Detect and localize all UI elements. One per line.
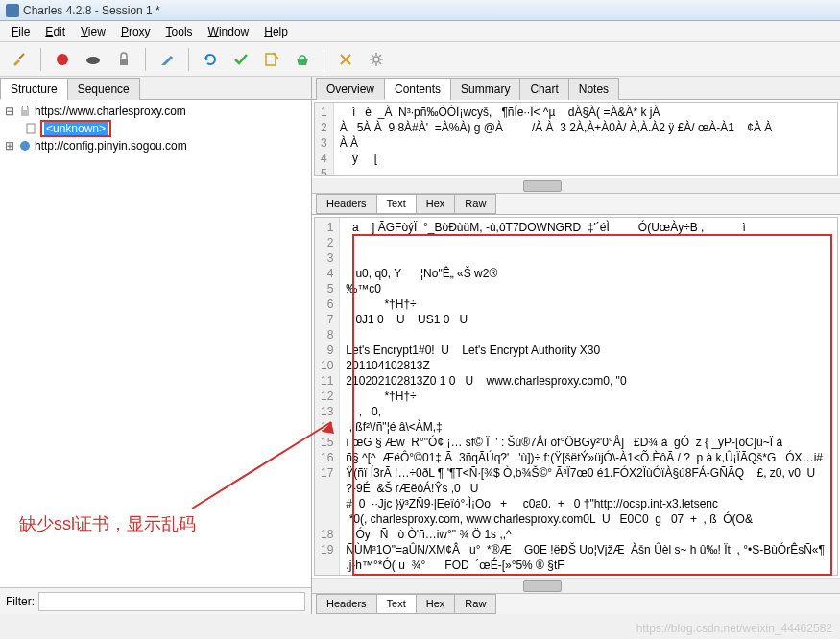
svg-point-0 <box>57 54 68 65</box>
subtab-raw-2[interactable]: Raw <box>454 594 496 614</box>
lock-icon[interactable] <box>110 46 137 73</box>
tree-unknown-label: <unknown> <box>44 122 108 135</box>
subtab-hex[interactable]: Hex <box>416 194 456 214</box>
subtab-text-2[interactable]: Text <box>376 594 417 614</box>
tree-host-1[interactable]: ⊟ https://www.charlesproxy.com <box>4 104 307 119</box>
titlebar: Charles 4.2.8 - Session 1 * <box>0 0 840 21</box>
annotation-box-unknown: <unknown> <box>40 120 111 137</box>
pencil-icon[interactable] <box>154 46 180 73</box>
subtab-text[interactable]: Text <box>376 194 417 214</box>
subtab-headers-2[interactable]: Headers <box>316 594 377 614</box>
right-tabs: Overview Contents Summary Chart Notes <box>312 77 840 100</box>
menu-view[interactable]: View <box>73 23 113 40</box>
scrollbar-thumb[interactable] <box>523 580 562 592</box>
window-title: Charles 4.2.8 - Session 1 * <box>23 4 160 17</box>
gear-icon[interactable] <box>363 46 390 73</box>
tab-contents[interactable]: Contents <box>384 78 451 100</box>
svg-rect-6 <box>27 124 35 133</box>
response-pane: 1 2 3 4 5 6 7 8 9 10 11 12 13 14 15 16 1… <box>312 214 840 614</box>
response-sub-tabs: Headers Text Hex Raw <box>312 593 840 614</box>
tab-notes[interactable]: Notes <box>568 78 619 100</box>
https-lock-icon <box>18 105 32 118</box>
watermark: https://blog.csdn.net/weixin_44462582 <box>636 622 832 635</box>
annotation-arrow-icon <box>115 413 346 518</box>
request-pane: 1 2 3 4 5 6 7 ì è _À Ñ³·pñ‰ÓÔÏ¡wcyš, ¶ñÍ… <box>312 100 840 214</box>
svg-rect-2 <box>120 59 128 65</box>
svg-point-1 <box>86 57 100 64</box>
tab-chart[interactable]: Chart <box>519 78 568 100</box>
menu-tools[interactable]: Tools <box>158 23 201 40</box>
menu-help[interactable]: Help <box>256 23 296 40</box>
menu-edit[interactable]: Edit <box>37 23 73 40</box>
tab-structure[interactable]: Structure <box>0 78 68 100</box>
tab-summary[interactable]: Summary <box>450 78 520 100</box>
tree-unknown[interactable]: <unknown> <box>21 119 307 138</box>
refresh-icon[interactable] <box>197 46 224 73</box>
request-text: ì è _À Ñ³·pñ‰ÓÔÏ¡wcyš, ¶ñÍe··Ï< ^µ dÀ§À(… <box>334 103 837 175</box>
filter-input[interactable] <box>38 592 305 611</box>
tree-host-2[interactable]: ⊞ http://config.pinyin.sogou.com <box>4 138 307 154</box>
svg-rect-5 <box>21 110 29 116</box>
expand-icon[interactable]: ⊞ <box>4 139 15 153</box>
subtab-raw[interactable]: Raw <box>454 194 496 214</box>
response-hscroll[interactable] <box>312 578 840 593</box>
menu-file[interactable]: File <box>4 23 37 40</box>
menubar: File Edit View Proxy Tools Window Help <box>0 21 840 42</box>
response-gutter: 1 2 3 4 5 6 7 8 9 10 11 12 13 14 15 16 1… <box>315 218 340 575</box>
tab-overview[interactable]: Overview <box>316 78 385 100</box>
right-panel: Overview Contents Summary Chart Notes 1 … <box>312 77 840 614</box>
tree-host2-label: http://config.pinyin.sogou.com <box>35 139 187 153</box>
basket-icon[interactable] <box>289 46 316 73</box>
record-icon[interactable] <box>49 46 76 73</box>
request-text-area[interactable]: 1 2 3 4 5 6 7 ì è _À Ñ³·pñ‰ÓÔÏ¡wcyš, ¶ñÍ… <box>314 102 838 176</box>
file-icon <box>24 122 37 135</box>
request-sub-tabs: Headers Text Hex Raw <box>312 193 840 214</box>
tools-icon[interactable] <box>332 46 359 73</box>
compose-icon[interactable] <box>258 46 285 73</box>
menu-proxy[interactable]: Proxy <box>113 23 158 40</box>
request-gutter: 1 2 3 4 5 6 7 <box>315 103 334 175</box>
svg-point-4 <box>373 57 379 62</box>
annotation-text: 缺少ssl证书，显示乱码 <box>19 512 196 535</box>
left-tabs: Structure Sequence <box>0 77 311 100</box>
check-icon[interactable] <box>228 46 254 73</box>
broom-icon[interactable] <box>6 46 33 73</box>
subtab-headers[interactable]: Headers <box>316 194 377 214</box>
app-icon <box>6 4 19 17</box>
globe-icon <box>18 139 32 153</box>
svg-rect-3 <box>266 54 276 65</box>
toolbar <box>0 42 840 77</box>
filter-label: Filter: <box>6 595 35 608</box>
menu-window[interactable]: Window <box>201 23 257 40</box>
turtle-icon[interactable] <box>80 46 107 73</box>
filter-bar: Filter: <box>0 587 311 614</box>
subtab-hex-2[interactable]: Hex <box>416 594 456 614</box>
request-hscroll[interactable] <box>312 178 840 193</box>
svg-line-8 <box>192 422 331 509</box>
collapse-icon[interactable]: ⊟ <box>4 105 15 118</box>
annotation-box-garbled <box>352 234 832 576</box>
scrollbar-thumb[interactable] <box>523 180 562 192</box>
svg-point-7 <box>20 141 30 151</box>
tree-host-label: https://www.charlesproxy.com <box>35 105 186 118</box>
tab-sequence[interactable]: Sequence <box>67 78 140 100</box>
